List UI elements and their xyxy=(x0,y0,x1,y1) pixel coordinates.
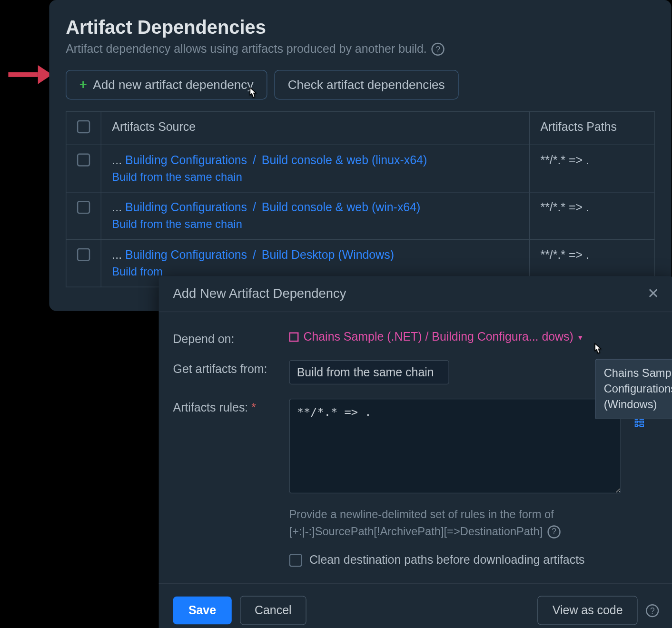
dependencies-table: Artifacts Source Artifacts Paths ... Bui… xyxy=(66,111,655,287)
row-subtext[interactable]: Build from the same chain xyxy=(112,218,518,231)
get-artifacts-from-select[interactable]: Build from the same chain xyxy=(289,360,449,384)
row-checkbox[interactable] xyxy=(77,153,90,166)
path-prefix: ... xyxy=(112,153,122,166)
hint-line-1: Provide a newline-delimited set of rules… xyxy=(289,506,659,523)
artifacts-rules-textarea[interactable] xyxy=(289,399,621,493)
clean-checkbox-label: Clean destination paths before downloadi… xyxy=(309,553,585,567)
row-subtext[interactable]: Build from the same chain xyxy=(112,171,518,184)
plus-icon: + xyxy=(79,78,87,91)
paths-value: **/*.* => . xyxy=(540,248,589,261)
chevron-down-icon: ▾ xyxy=(578,332,583,342)
page-description-text: Artifact dependency allows using artifac… xyxy=(66,42,427,56)
artifact-dependencies-panel: Artifact Dependencies Artifact dependenc… xyxy=(49,0,671,311)
cancel-button[interactable]: Cancel xyxy=(240,596,306,625)
view-as-code-button[interactable]: View as code xyxy=(538,596,638,625)
help-icon[interactable]: ? xyxy=(432,42,445,55)
check-button-label: Check artifact dependencies xyxy=(288,78,445,92)
help-icon[interactable]: ? xyxy=(646,604,659,617)
paths-value: **/*.* => . xyxy=(540,153,589,166)
path-prefix: ... xyxy=(112,201,122,214)
depend-on-label: Depend on: xyxy=(173,330,289,346)
select-all-header[interactable] xyxy=(66,112,101,145)
page-title: Artifact Dependencies xyxy=(66,17,655,39)
paths-value: **/*.* => . xyxy=(540,201,589,214)
config-link[interactable]: Building Configurations xyxy=(125,153,247,166)
add-artifact-dependency-button[interactable]: + Add new artifact dependency xyxy=(66,70,267,99)
row-checkbox[interactable] xyxy=(77,201,90,214)
col-artifacts-source: Artifacts Source xyxy=(101,112,529,145)
page-description: Artifact dependency allows using artifac… xyxy=(66,42,655,56)
close-icon[interactable]: ✕ xyxy=(647,285,659,302)
table-row: ... Building Configurations / Build cons… xyxy=(66,192,654,240)
depend-on-value: Chains Sample (.NET) / Building Configur… xyxy=(303,330,573,343)
clean-destination-checkbox[interactable]: Clean destination paths before downloadi… xyxy=(289,553,659,567)
add-artifact-dependency-dialog: Add New Artifact Dependency ✕ Depend on:… xyxy=(159,276,672,628)
artifacts-rules-label: Artifacts rules: * xyxy=(173,399,289,415)
annotation-arrow xyxy=(8,65,52,84)
save-button[interactable]: Save xyxy=(173,597,232,625)
col-artifacts-paths: Artifacts Paths xyxy=(529,112,654,145)
row-checkbox[interactable] xyxy=(77,248,90,261)
pointer-cursor-icon xyxy=(245,87,259,107)
table-row: ... Building Configurations / Build cons… xyxy=(66,145,654,192)
checkbox-icon xyxy=(289,553,302,566)
add-button-label: Add new artifact dependency xyxy=(93,78,253,92)
project-icon xyxy=(289,332,299,342)
get-from-value: Build from the same chain xyxy=(297,365,434,379)
pointer-cursor-icon xyxy=(590,343,604,362)
depend-on-dropdown[interactable]: Chains Sample (.NET) / Building Configur… xyxy=(289,330,659,343)
build-link[interactable]: Build Desktop (Windows) xyxy=(262,248,394,261)
build-link[interactable]: Build console & web (linux-x64) xyxy=(262,153,427,166)
rules-hint: Provide a newline-delimited set of rules… xyxy=(289,506,659,540)
path-prefix: ... xyxy=(112,248,122,261)
hint-line-2: [+:|-:]SourcePath[!ArchivePath][=>Destin… xyxy=(289,523,543,540)
get-artifacts-from-label: Get artifacts from: xyxy=(173,360,289,376)
config-link[interactable]: Building Configurations xyxy=(125,248,247,261)
dialog-footer: Save Cancel View as code ? xyxy=(159,583,672,625)
check-dependencies-button[interactable]: Check artifact dependencies xyxy=(274,70,458,99)
build-link[interactable]: Build console & web (win-x64) xyxy=(262,201,421,214)
action-buttons: + Add new artifact dependency Check arti… xyxy=(66,70,655,99)
config-link[interactable]: Building Configurations xyxy=(125,201,247,214)
dialog-title: Add New Artifact Dependency xyxy=(173,286,346,301)
help-icon[interactable]: ? xyxy=(547,525,560,538)
depend-on-tooltip: Chains Sample (.NET) / Building Configur… xyxy=(595,359,672,419)
